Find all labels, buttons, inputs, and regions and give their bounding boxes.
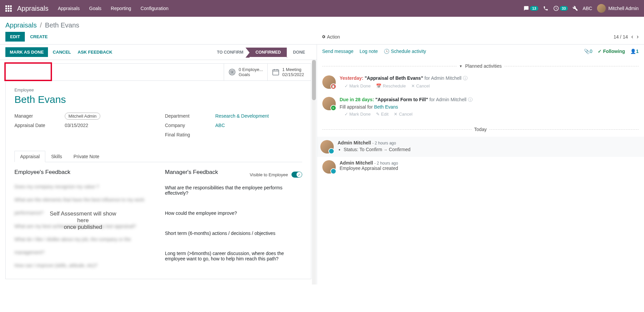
info-icon[interactable]: ⓘ xyxy=(468,97,473,102)
message-body: Employee Appraisal created xyxy=(340,166,639,171)
nav-configuration[interactable]: Configuration xyxy=(141,6,168,11)
planned-activities-divider[interactable]: ▼ Planned activities xyxy=(322,63,639,69)
messages-icon[interactable]: 13 xyxy=(523,6,538,11)
appraisal-date-label: Appraisal Date xyxy=(14,123,65,128)
activity-avatar: ≡ xyxy=(322,97,336,110)
message-body: Status: To Confirm → Confirmed xyxy=(344,147,641,152)
action-label: Action xyxy=(327,34,340,40)
activity-employee-link[interactable]: Beth Evans xyxy=(374,104,398,110)
status-stages: TO CONFIRM CONFIRMED DONE xyxy=(211,48,311,57)
employee-feedback-title: Employee's Feedback xyxy=(14,169,152,176)
user-avatar-icon xyxy=(597,4,606,13)
button-box: 0 Employe... Goals 1 Meeting 02/15/2022 xyxy=(6,64,311,81)
meeting-date-label: 02/15/2022 xyxy=(282,72,304,77)
info-icon[interactable]: ⓘ xyxy=(463,75,468,81)
blur-line: What do I like / dislike about my job, t… xyxy=(14,233,152,259)
pager-next-icon[interactable]: › xyxy=(637,33,639,40)
activity-title: "Appraisal of Beth Evans" xyxy=(365,75,423,81)
status-bar: MARK AS DONE CANCEL ASK FEEDBACK TO CONF… xyxy=(0,45,317,60)
user-menu[interactable]: Mitchell Admin xyxy=(597,4,639,13)
breadcrumb-root[interactable]: Appraisals xyxy=(5,21,37,29)
activities-icon[interactable]: 33 xyxy=(553,5,568,11)
nav-reporting[interactable]: Reporting xyxy=(111,6,131,11)
final-rating-label: Final Rating xyxy=(165,132,215,137)
stage-to-confirm[interactable]: TO CONFIRM xyxy=(211,48,250,57)
stage-confirmed[interactable]: CONFIRMED xyxy=(250,48,287,57)
activity-type-icon: 📋 xyxy=(330,83,336,89)
stage-done[interactable]: DONE xyxy=(287,48,311,57)
tabs: Appraisal Skills Private Note xyxy=(14,151,302,162)
pager: 14 / 14 ‹ › xyxy=(613,33,639,40)
schedule-activity-link[interactable]: 🕓 Schedule activity xyxy=(384,49,426,54)
ask-feedback-button[interactable]: ASK FEEDBACK xyxy=(78,50,112,55)
paperclip-icon: 📎 xyxy=(584,49,590,54)
manager-feedback-col: Manager's Feedback Visible to Employee W… xyxy=(165,169,302,272)
tab-skills[interactable]: Skills xyxy=(45,151,68,162)
activity-assignee: for Admin Mitchell xyxy=(429,97,466,102)
person-icon: 👤 xyxy=(630,49,636,54)
tab-private-note[interactable]: Private Note xyxy=(68,151,105,162)
message-author: Admin Mitchell xyxy=(338,140,371,145)
manager-tag[interactable]: Mitchell Admin xyxy=(65,113,100,120)
topbar-right: 13 33 ABC Mitchell Admin xyxy=(523,4,639,13)
blur-line: How can I improve (skills, attitude, etc… xyxy=(14,259,152,272)
top-navbar: Appraisals Appraisals Goals Reporting Co… xyxy=(0,0,644,17)
activity-cancel[interactable]: ✕ Cancel xyxy=(394,112,412,117)
nav-appraisals[interactable]: Appraisals xyxy=(58,6,79,11)
edit-button[interactable]: EDIT xyxy=(5,32,25,42)
today-divider: Today xyxy=(322,127,639,132)
breadcrumb-current: Beth Evans xyxy=(45,21,79,29)
activity-body: Fill appraisal for Beth Evans xyxy=(340,104,639,110)
message-avatar xyxy=(320,140,334,153)
nav-goals[interactable]: Goals xyxy=(89,6,102,11)
phone-icon[interactable] xyxy=(543,6,548,11)
activity-item: ≡ Due in 28 days: "Appraisal Form to Fil… xyxy=(322,95,639,119)
sheet-wrapper: 0 Employe... Goals 1 Meeting 02/15/2022 xyxy=(0,60,317,285)
cancel-button[interactable]: CANCEL xyxy=(53,50,71,55)
company-switcher[interactable]: ABC xyxy=(583,6,592,11)
goals-stat-button[interactable]: 0 Employe... Goals xyxy=(224,64,267,80)
self-assessment-overlay: Self Assessment will show here once publ… xyxy=(49,210,117,231)
meeting-count-label: 1 Meeting xyxy=(282,67,304,72)
debug-icon[interactable] xyxy=(573,6,578,11)
pager-prev-icon[interactable]: ‹ xyxy=(631,33,633,40)
following-button[interactable]: ✓ Following xyxy=(598,49,625,54)
log-note-link[interactable]: Log note xyxy=(360,49,378,54)
company-label: Company xyxy=(165,123,215,128)
clock-icon: 🕓 xyxy=(384,49,389,54)
arrow-right-icon: → xyxy=(383,147,387,152)
activity-mark-done[interactable]: ✓ Mark Done xyxy=(344,112,371,117)
activity-due: Due in 28 days: xyxy=(340,97,374,102)
department-label: Department xyxy=(165,113,215,119)
followers-button[interactable]: 👤1 xyxy=(630,49,639,54)
message-time: - 2 hours ago xyxy=(374,161,398,166)
send-message-link[interactable]: Send message xyxy=(322,49,354,54)
attachments-button[interactable]: 📎0 xyxy=(584,49,592,54)
goals-count-label: 0 Employe... xyxy=(239,67,263,72)
activity-mark-done[interactable]: ✓ Mark Done xyxy=(344,83,371,88)
breadcrumb: Appraisals / Beth Evans xyxy=(0,17,644,32)
mark-done-button[interactable]: MARK AS DONE xyxy=(5,47,48,57)
message-avatar xyxy=(322,160,336,174)
company-value[interactable]: ABC xyxy=(215,123,225,128)
manager-q3: Short term (6-months) actions / decision… xyxy=(165,231,302,236)
activity-edit[interactable]: ✎ Edit xyxy=(376,112,388,117)
create-button[interactable]: CREATE xyxy=(30,34,48,39)
tab-appraisal[interactable]: Appraisal xyxy=(14,151,45,162)
activity-cancel[interactable]: ✕ Cancel xyxy=(411,83,430,88)
form-sheet: 0 Employe... Goals 1 Meeting 02/15/2022 xyxy=(5,63,311,279)
department-value[interactable]: Research & Development xyxy=(215,113,269,119)
meeting-stat-button[interactable]: 1 Meeting 02/15/2022 xyxy=(267,64,311,80)
message-author: Admin Mitchell xyxy=(340,160,373,166)
action-dropdown[interactable]: Action xyxy=(321,34,340,40)
scrollbar-thumb[interactable] xyxy=(312,60,316,100)
apps-icon[interactable] xyxy=(5,5,12,12)
svg-rect-3 xyxy=(273,70,279,75)
visible-toggle[interactable] xyxy=(291,172,302,178)
activity-reschedule[interactable]: 📅 Reschedule xyxy=(376,83,406,88)
activity-due: Yesterday: xyxy=(340,75,364,81)
manager-feedback-title: Manager's Feedback xyxy=(165,169,218,176)
manager-label: Manager xyxy=(14,113,65,119)
sheet-body: Employee Beth Evans Manager Mitchell Adm… xyxy=(6,81,311,279)
activity-type-icon: ≡ xyxy=(330,105,336,111)
